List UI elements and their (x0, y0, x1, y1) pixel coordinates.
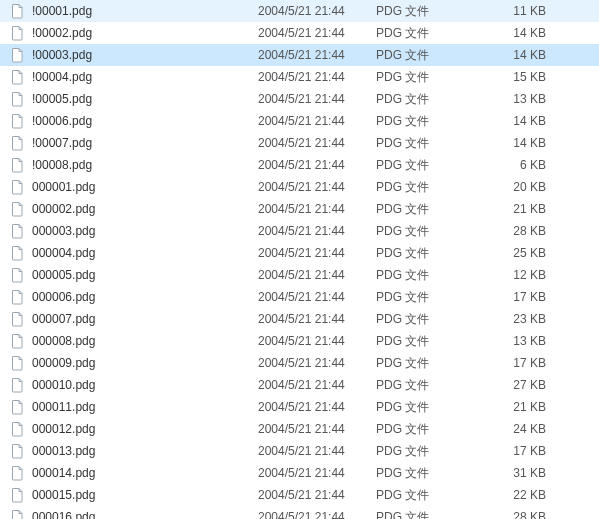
file-name-cell[interactable]: 000016.pdg (10, 509, 258, 519)
file-name-cell[interactable]: 000004.pdg (10, 245, 258, 261)
file-icon (10, 179, 26, 195)
file-row[interactable]: !00008.pdg2004/5/21 21:44PDG 文件6 KB (0, 154, 599, 176)
file-icon (10, 377, 26, 393)
file-name-cell[interactable]: 000010.pdg (10, 377, 258, 393)
file-name-cell[interactable]: !00003.pdg (10, 47, 258, 63)
file-name: 000005.pdg (32, 268, 95, 282)
file-name-cell[interactable]: !00002.pdg (10, 25, 258, 41)
file-date: 2004/5/21 21:44 (258, 136, 376, 150)
file-row[interactable]: 000011.pdg2004/5/21 21:44PDG 文件21 KB (0, 396, 599, 418)
file-icon (10, 25, 26, 41)
file-name-cell[interactable]: 000008.pdg (10, 333, 258, 349)
file-name: !00001.pdg (32, 4, 92, 18)
file-size: 13 KB (466, 92, 558, 106)
file-date: 2004/5/21 21:44 (258, 378, 376, 392)
file-row[interactable]: 000015.pdg2004/5/21 21:44PDG 文件22 KB (0, 484, 599, 506)
file-icon (10, 91, 26, 107)
file-row[interactable]: !00003.pdg2004/5/21 21:44PDG 文件14 KB (0, 44, 599, 66)
file-name-cell[interactable]: !00004.pdg (10, 69, 258, 85)
file-row[interactable]: 000014.pdg2004/5/21 21:44PDG 文件31 KB (0, 462, 599, 484)
file-row[interactable]: 000008.pdg2004/5/21 21:44PDG 文件13 KB (0, 330, 599, 352)
file-date: 2004/5/21 21:44 (258, 4, 376, 18)
file-row[interactable]: 000013.pdg2004/5/21 21:44PDG 文件17 KB (0, 440, 599, 462)
file-size: 27 KB (466, 378, 558, 392)
file-row[interactable]: 000004.pdg2004/5/21 21:44PDG 文件25 KB (0, 242, 599, 264)
file-row[interactable]: 000002.pdg2004/5/21 21:44PDG 文件21 KB (0, 198, 599, 220)
file-row[interactable]: 000012.pdg2004/5/21 21:44PDG 文件24 KB (0, 418, 599, 440)
file-name-cell[interactable]: 000005.pdg (10, 267, 258, 283)
file-row[interactable]: 000009.pdg2004/5/21 21:44PDG 文件17 KB (0, 352, 599, 374)
file-name-cell[interactable]: !00008.pdg (10, 157, 258, 173)
file-row[interactable]: !00007.pdg2004/5/21 21:44PDG 文件14 KB (0, 132, 599, 154)
file-name-cell[interactable]: 000011.pdg (10, 399, 258, 415)
file-row[interactable]: !00006.pdg2004/5/21 21:44PDG 文件14 KB (0, 110, 599, 132)
file-name-cell[interactable]: 000002.pdg (10, 201, 258, 217)
file-name-cell[interactable]: !00005.pdg (10, 91, 258, 107)
file-row[interactable]: !00005.pdg2004/5/21 21:44PDG 文件13 KB (0, 88, 599, 110)
file-list[interactable]: !00001.pdg2004/5/21 21:44PDG 文件11 KB!000… (0, 0, 599, 519)
file-size: 14 KB (466, 48, 558, 62)
file-type: PDG 文件 (376, 113, 466, 130)
file-type: PDG 文件 (376, 245, 466, 262)
file-size: 13 KB (466, 334, 558, 348)
file-name-cell[interactable]: 000006.pdg (10, 289, 258, 305)
file-name-cell[interactable]: 000007.pdg (10, 311, 258, 327)
file-row[interactable]: 000010.pdg2004/5/21 21:44PDG 文件27 KB (0, 374, 599, 396)
file-size: 28 KB (466, 224, 558, 238)
file-name: 000007.pdg (32, 312, 95, 326)
file-type: PDG 文件 (376, 443, 466, 460)
file-type: PDG 文件 (376, 311, 466, 328)
file-name-cell[interactable]: 000009.pdg (10, 355, 258, 371)
file-icon (10, 135, 26, 151)
file-type: PDG 文件 (376, 69, 466, 86)
file-name-cell[interactable]: !00001.pdg (10, 3, 258, 19)
file-icon (10, 267, 26, 283)
file-size: 21 KB (466, 202, 558, 216)
file-name-cell[interactable]: 000001.pdg (10, 179, 258, 195)
file-name: 000011.pdg (32, 400, 95, 414)
file-date: 2004/5/21 21:44 (258, 510, 376, 519)
file-name: 000001.pdg (32, 180, 95, 194)
file-icon (10, 333, 26, 349)
file-row[interactable]: 000006.pdg2004/5/21 21:44PDG 文件17 KB (0, 286, 599, 308)
file-size: 17 KB (466, 356, 558, 370)
file-row[interactable]: 000016.pdg2004/5/21 21:44PDG 文件28 KB (0, 506, 599, 519)
file-name-cell[interactable]: 000014.pdg (10, 465, 258, 481)
file-row[interactable]: !00002.pdg2004/5/21 21:44PDG 文件14 KB (0, 22, 599, 44)
file-size: 12 KB (466, 268, 558, 282)
file-name-cell[interactable]: !00007.pdg (10, 135, 258, 151)
file-icon (10, 355, 26, 371)
file-row[interactable]: !00001.pdg2004/5/21 21:44PDG 文件11 KB (0, 0, 599, 22)
file-row[interactable]: 000001.pdg2004/5/21 21:44PDG 文件20 KB (0, 176, 599, 198)
file-icon (10, 421, 26, 437)
file-type: PDG 文件 (376, 267, 466, 284)
file-type: PDG 文件 (376, 421, 466, 438)
file-icon (10, 47, 26, 63)
file-row[interactable]: !00004.pdg2004/5/21 21:44PDG 文件15 KB (0, 66, 599, 88)
file-name: !00005.pdg (32, 92, 92, 106)
file-row[interactable]: 000005.pdg2004/5/21 21:44PDG 文件12 KB (0, 264, 599, 286)
file-name-cell[interactable]: !00006.pdg (10, 113, 258, 129)
file-name: 000004.pdg (32, 246, 95, 260)
file-name-cell[interactable]: 000012.pdg (10, 421, 258, 437)
file-name-cell[interactable]: 000013.pdg (10, 443, 258, 459)
file-name: 000002.pdg (32, 202, 95, 216)
file-row[interactable]: 000007.pdg2004/5/21 21:44PDG 文件23 KB (0, 308, 599, 330)
file-date: 2004/5/21 21:44 (258, 180, 376, 194)
file-name-cell[interactable]: 000015.pdg (10, 487, 258, 503)
file-icon (10, 69, 26, 85)
file-date: 2004/5/21 21:44 (258, 334, 376, 348)
file-row[interactable]: 000003.pdg2004/5/21 21:44PDG 文件28 KB (0, 220, 599, 242)
file-date: 2004/5/21 21:44 (258, 224, 376, 238)
file-size: 17 KB (466, 444, 558, 458)
file-date: 2004/5/21 21:44 (258, 268, 376, 282)
file-name: !00004.pdg (32, 70, 92, 84)
file-name: 000010.pdg (32, 378, 95, 392)
file-name: !00002.pdg (32, 26, 92, 40)
file-type: PDG 文件 (376, 465, 466, 482)
file-date: 2004/5/21 21:44 (258, 488, 376, 502)
file-name-cell[interactable]: 000003.pdg (10, 223, 258, 239)
file-type: PDG 文件 (376, 201, 466, 218)
file-name: 000009.pdg (32, 356, 95, 370)
file-type: PDG 文件 (376, 3, 466, 20)
